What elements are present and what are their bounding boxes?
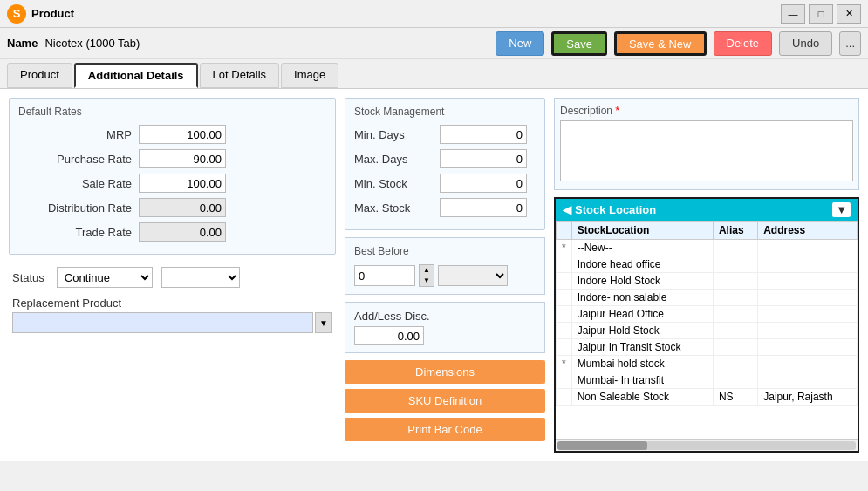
default-rates-title: Default Rates (18, 106, 326, 118)
print-barcode-button[interactable]: Print Bar Code (345, 418, 545, 441)
table-row[interactable]: Jaipur Head Office (557, 306, 858, 323)
dimensions-button[interactable]: Dimensions (345, 360, 545, 384)
cell-location: Jaipur Hold Stock (571, 323, 713, 339)
save-button[interactable]: Save (551, 31, 607, 56)
window-title: Product (31, 7, 781, 20)
col-address: Address (758, 222, 858, 240)
maximize-button[interactable]: □ (809, 4, 833, 24)
tab-additional-details[interactable]: Additional Details (74, 63, 198, 88)
table-row[interactable]: Indore head office (557, 256, 858, 273)
best-before-unit-select[interactable] (438, 265, 508, 286)
purchase-rate-input[interactable] (139, 149, 226, 168)
purchase-rate-row: Purchase Rate (18, 149, 326, 168)
mrp-input[interactable] (139, 125, 226, 144)
table-row[interactable]: Jaipur Hold Stock (557, 323, 858, 339)
best-before-input[interactable] (354, 265, 415, 286)
replacement-input[interactable] (12, 312, 313, 333)
delete-button[interactable]: Delete (714, 31, 773, 56)
cell-location: Indore head office (571, 256, 713, 273)
min-days-input[interactable] (440, 125, 527, 144)
cell-alias (713, 356, 757, 372)
scrollbar-thumb (557, 441, 647, 450)
max-stock-input[interactable] (440, 198, 527, 217)
undo-button[interactable]: Undo (779, 31, 832, 56)
row-marker (557, 372, 572, 389)
cell-alias (713, 273, 757, 290)
sku-definition-button[interactable]: SKU Definition (345, 389, 545, 413)
min-stock-row: Min. Stock (354, 174, 536, 193)
trade-rate-input[interactable] (139, 222, 226, 242)
sale-rate-label: Sale Rate (18, 177, 132, 190)
distribution-rate-row: Distribution Rate (18, 198, 326, 217)
sale-rate-input[interactable] (139, 174, 226, 193)
save-new-button[interactable]: Save & New (614, 31, 707, 56)
cell-location: Indore Hold Stock (571, 273, 713, 290)
table-row[interactable]: Jaipur In Transit Stock (557, 339, 858, 356)
status-select[interactable]: Continue Discontinue (57, 267, 153, 288)
best-before-section: Best Before ▲ ▼ (345, 237, 545, 295)
table-row[interactable]: Indore- non salable (557, 290, 858, 306)
min-stock-input[interactable] (440, 174, 527, 193)
name-field-value: Nicotex (1000 Tab) (44, 37, 263, 50)
name-field-label: Name (7, 37, 38, 50)
mrp-row: MRP (18, 125, 326, 144)
trade-rate-label: Trade Rate (18, 226, 132, 239)
tab-image[interactable]: Image (281, 63, 338, 88)
cell-address (758, 290, 858, 306)
min-days-label: Min. Days (354, 128, 433, 141)
table-row[interactable]: Mumbai- In transfit (557, 372, 858, 389)
replacement-dropdown-button[interactable]: ▼ (315, 312, 332, 333)
new-button[interactable]: New (496, 31, 544, 56)
stock-location-title: Stock Location (575, 203, 829, 216)
row-marker: * (557, 240, 572, 256)
minimize-button[interactable]: — (781, 4, 805, 24)
cell-alias (713, 306, 757, 323)
spin-up-button[interactable]: ▲ (420, 265, 434, 276)
distribution-rate-input[interactable] (139, 198, 226, 217)
status-label: Status (12, 271, 44, 284)
table-row[interactable]: * --New-- (557, 240, 858, 256)
row-marker (557, 256, 572, 273)
trade-rate-row: Trade Rate (18, 222, 326, 242)
max-days-input[interactable] (440, 149, 527, 168)
stock-management-title: Stock Management (354, 106, 536, 118)
tab-lot-details[interactable]: Lot Details (200, 63, 279, 88)
stock-location-table-wrap[interactable]: StockLocation Alias Address * --New-- In… (556, 221, 858, 439)
row-marker (557, 389, 572, 406)
window-controls: — □ ✕ (781, 4, 861, 24)
cell-alias (713, 372, 757, 389)
add-less-disc-input[interactable] (354, 326, 424, 345)
cell-location: Mumbai hold stock (571, 356, 713, 372)
cell-alias (713, 240, 757, 256)
cell-address (758, 240, 858, 256)
cell-address (758, 306, 858, 323)
max-stock-row: Max. Stock (354, 198, 536, 217)
add-less-disc-section: Add/Less Disc. (345, 302, 545, 353)
cell-address (758, 256, 858, 273)
col-marker (557, 222, 572, 240)
description-textarea[interactable] (560, 120, 853, 181)
cell-address: Jaipur, Rajasth (758, 389, 858, 406)
cell-location: Indore- non salable (571, 290, 713, 306)
left-panel: Default Rates MRP Purchase Rate Sale Rat… (9, 98, 336, 453)
distribution-rate-label: Distribution Rate (18, 201, 132, 215)
status-select2[interactable] (161, 267, 240, 288)
table-row[interactable]: Non Saleable Stock NS Jaipur, Rajasth (557, 389, 858, 406)
right-panel: Description * ◀ Stock Location ▼ StockLo… (554, 98, 859, 453)
cell-address (758, 372, 858, 389)
action-buttons: Dimensions SKU Definition Print Bar Code (345, 360, 545, 441)
cell-location: Mumbai- In transfit (571, 372, 713, 389)
table-row[interactable]: * Mumbai hold stock (557, 356, 858, 372)
more-button[interactable]: ... (839, 31, 861, 56)
cell-alias (713, 323, 757, 339)
horizontal-scrollbar[interactable] (557, 441, 856, 450)
close-button[interactable]: ✕ (837, 4, 861, 24)
spin-down-button[interactable]: ▼ (420, 276, 434, 286)
cell-location: Non Saleable Stock (571, 389, 713, 406)
nav-left-arrow[interactable]: ◀ (563, 203, 571, 216)
table-row[interactable]: Indore Hold Stock (557, 273, 858, 290)
cell-alias (713, 256, 757, 273)
dropdown-arrow-icon[interactable]: ▼ (832, 202, 851, 217)
horizontal-scrollbar-row (556, 439, 858, 451)
tab-product[interactable]: Product (7, 63, 72, 88)
